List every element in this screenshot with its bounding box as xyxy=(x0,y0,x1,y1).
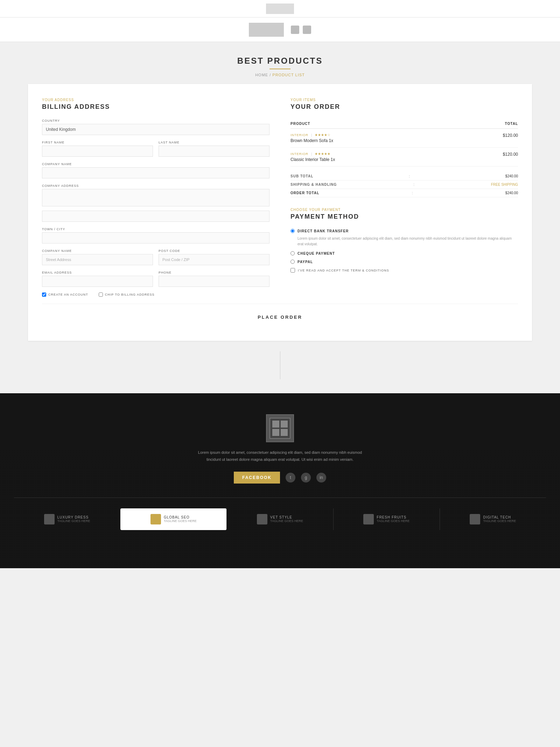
header-icons xyxy=(291,26,311,34)
phone-label: PHONE xyxy=(159,271,270,274)
company-address-input-2[interactable] xyxy=(42,211,270,222)
name-group: FIRST NAME LAST NAME xyxy=(42,141,270,157)
shipping-value: FREE SHIPPING xyxy=(491,183,518,186)
payment-label: CHOOSE YOUR PAYMENT xyxy=(290,208,518,212)
shipping-label: SHIPPING & HANDLING xyxy=(290,183,337,186)
partner-name-0: LUXURY DRESS xyxy=(57,515,90,519)
street-label: COMPANY NAME xyxy=(42,249,153,253)
partner-icon-0 xyxy=(44,514,55,524)
shipping-row: SHIPPING & HANDLING : FREE SHIPPING xyxy=(290,181,518,189)
partner-sub-0: TAGLINE GOES HERE xyxy=(57,519,90,523)
page-title: BEST PRODUCTS xyxy=(28,56,532,66)
order-label: YOUR ITEMS xyxy=(290,98,518,102)
email-label: EMAIL ADDRESS xyxy=(42,271,153,274)
postcode-group: POST CODE xyxy=(159,249,270,265)
product-category-1: INTERIOR xyxy=(290,152,308,156)
checkbox-row: CREATE AN ACCOUNT CHIP TO BILLING ADDRES… xyxy=(42,293,270,297)
footer-description: Lorem ipsum dolor sit amet, consectetuer… xyxy=(192,449,368,463)
summary-table: SUB TOTAL : $240.00 SHIPPING & HANDLING … xyxy=(290,172,518,197)
payment-label-paypal[interactable]: PAYPAL xyxy=(290,260,518,264)
first-name-input[interactable] xyxy=(42,146,153,157)
payment-section: CHOOSE YOUR PAYMENT PAYMENT METHOD DIREC… xyxy=(290,208,518,273)
footer-social: FACEBOOK t g in xyxy=(14,472,546,484)
company-address-input[interactable] xyxy=(42,189,270,206)
col-total: TOTAL xyxy=(460,119,518,129)
create-account-check[interactable] xyxy=(42,293,46,297)
content-card: YOUR ADDRESS BILLING ADDRESS COUNTRY FIR… xyxy=(28,84,532,341)
last-name-input[interactable] xyxy=(159,146,270,157)
payment-radio-direct[interactable] xyxy=(290,229,295,233)
town-group: TOWN / CITY xyxy=(42,227,270,244)
email-input[interactable] xyxy=(42,276,153,287)
partner-name-1: GLOBAL SEO xyxy=(164,515,197,519)
sub-total-row: SUB TOTAL : $240.00 xyxy=(290,172,518,181)
cart-icon[interactable] xyxy=(291,26,299,34)
ship-billing-checkbox[interactable]: CHIP TO BILLING ADDRESS xyxy=(99,293,155,297)
footer-dark: Lorem ipsum dolor sit amet, consectetuer… xyxy=(0,393,560,568)
payment-option-paypal: PAYPAL xyxy=(290,260,518,264)
last-name-label: LAST NAME xyxy=(159,141,270,144)
breadcrumb-sep: / xyxy=(270,73,271,77)
header xyxy=(0,17,560,42)
place-order-section: PLACE ORDER xyxy=(42,304,518,327)
sub-total-value: $240.00 xyxy=(505,174,518,178)
terms-checkbox[interactable]: I'VE READ AND ACCEPT THE TERM & CONDITIO… xyxy=(290,268,518,273)
country-input[interactable] xyxy=(42,124,270,135)
payment-desc-direct: Lorem ipsum dolor sit amet, consectetuer… xyxy=(298,236,518,247)
terms-check[interactable] xyxy=(290,268,295,273)
order-total-value: $240.00 xyxy=(505,191,518,195)
ship-billing-check[interactable] xyxy=(99,293,103,297)
postcode-input[interactable] xyxy=(159,254,270,265)
payment-label-direct[interactable]: DIRECT BANK TRANSFER xyxy=(290,229,518,233)
order-title: YOUR ORDER xyxy=(290,103,518,111)
col-product: PRODUCT xyxy=(290,119,460,129)
partner-icon-3 xyxy=(363,514,374,524)
payment-title: PAYMENT METHOD xyxy=(290,213,518,220)
partner-icon-4 xyxy=(470,514,480,524)
payment-radio-cheque[interactable] xyxy=(290,251,295,255)
product-stars-0: ★★★★☆ xyxy=(315,133,330,137)
product-category-0: INTERIOR xyxy=(290,133,308,137)
linkedin-icon[interactable]: in xyxy=(316,473,326,482)
footer-logo-inner xyxy=(270,418,290,439)
payment-option-cheque: CHEQUE PAYMENT xyxy=(290,251,518,255)
billing-label: YOUR ADDRESS xyxy=(42,98,270,102)
partner-sub-2: TAGLINE GOES HERE xyxy=(270,519,303,523)
order-total-row: ORDER TOTAL : $240.00 xyxy=(290,189,518,197)
order-total-label: ORDER TOTAL xyxy=(290,191,319,195)
payment-label-cheque[interactable]: CHEQUE PAYMENT xyxy=(290,251,518,255)
google-plus-icon[interactable]: g xyxy=(301,473,311,482)
company-name-input[interactable] xyxy=(42,167,270,178)
email-phone-group: EMAIL ADDRESS PHONE xyxy=(42,271,270,287)
street-post-group: COMPANY NAME POST CODE xyxy=(42,249,270,265)
footer-content: Lorem ipsum dolor sit amet, consectetuer… xyxy=(0,393,560,544)
sub-total-label: SUB TOTAL xyxy=(290,174,313,178)
partner-logos: LUXURY DRESS TAGLINE GOES HERE GLOBAL SE… xyxy=(14,498,546,530)
town-label: TOWN / CITY xyxy=(42,227,270,231)
partner-sub-3: TAGLINE GOES HERE xyxy=(377,519,410,523)
payment-options: DIRECT BANK TRANSFER Lorem ipsum dolor s… xyxy=(290,229,518,264)
company-address-group: COMPANY ADDRESS xyxy=(42,184,270,222)
twitter-icon[interactable]: t xyxy=(286,473,295,482)
create-account-checkbox[interactable]: CREATE AN ACCOUNT xyxy=(42,293,88,297)
user-icon[interactable] xyxy=(303,26,311,34)
page-title-underline xyxy=(270,69,290,69)
country-group: COUNTRY xyxy=(42,119,270,135)
top-bar-logo xyxy=(266,3,294,14)
facebook-button[interactable]: FACEBOOK xyxy=(234,472,280,484)
place-order-button[interactable]: PLACE ORDER xyxy=(247,311,313,323)
breadcrumb: HOME / PRODUCT LIST xyxy=(28,73,532,77)
town-input[interactable] xyxy=(42,232,270,244)
postcode-label: POST CODE xyxy=(159,249,270,253)
phone-input[interactable] xyxy=(159,276,270,287)
footer-logo-box xyxy=(266,414,294,442)
last-name-group: LAST NAME xyxy=(159,141,270,157)
street-input[interactable] xyxy=(42,254,153,265)
top-bar xyxy=(0,0,560,17)
partner-item-4: DIGITAL TECH TAGLINE GOES HERE xyxy=(440,508,546,530)
first-name-group: FIRST NAME xyxy=(42,141,153,157)
payment-radio-paypal[interactable] xyxy=(290,260,295,264)
breadcrumb-home[interactable]: HOME xyxy=(255,73,268,77)
order-table: PRODUCT TOTAL INTERIOR | ★★★★☆ Brown Mod… xyxy=(290,119,518,167)
company-name-group: COMPANY NAME xyxy=(42,162,270,178)
